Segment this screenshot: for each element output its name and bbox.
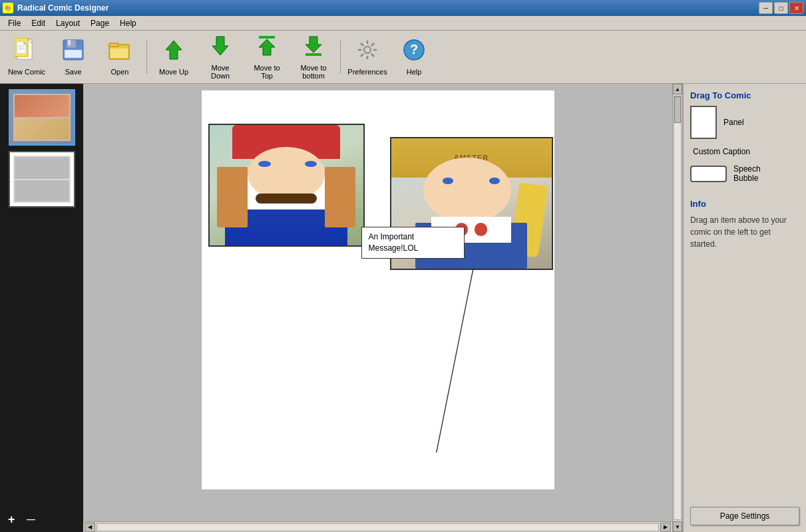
drag-to-comic-section: Drag To Comic Panel Custom Caption Speec… — [690, 90, 799, 191]
open-label: Open — [111, 68, 129, 76]
svg-line-22 — [361, 43, 363, 46]
open-button[interactable]: Open — [97, 34, 142, 80]
move-up-label: Move Up — [159, 68, 188, 76]
title-bar-left: 🎨 Radical Comic Designer — [3, 3, 108, 13]
canvas-area[interactable]: AMSTER — [83, 84, 672, 532]
new-comic-label: New Comic — [8, 68, 45, 76]
comic-panel-1[interactable] — [208, 124, 365, 247]
close-button[interactable]: ✕ — [789, 2, 803, 14]
svg-line-25 — [361, 54, 363, 57]
thumb-panel-d — [15, 180, 69, 202]
scroll-left-button[interactable]: ◀ — [85, 523, 95, 532]
minimize-button[interactable]: ─ — [759, 2, 773, 14]
menu-file[interactable]: File — [3, 17, 26, 29]
move-down-icon — [208, 34, 232, 61]
thumb-panel-c — [15, 157, 69, 179]
svg-rect-6 — [68, 40, 71, 45]
thumb-1-inner — [13, 94, 71, 141]
move-bottom-button[interactable]: Move to bottom — [291, 34, 336, 80]
scroll-vertical-track — [674, 96, 682, 520]
scroll-right-button[interactable]: ▶ — [660, 523, 671, 532]
svg-line-24 — [371, 43, 374, 46]
move-top-icon — [255, 34, 279, 61]
new-comic-icon: 📄 — [15, 38, 39, 65]
svg-rect-7 — [65, 50, 82, 58]
drag-panel-item[interactable]: Panel — [690, 106, 799, 139]
move-bottom-icon — [302, 34, 325, 61]
remove-page-button[interactable]: ─ — [27, 513, 35, 527]
save-button[interactable]: Save — [51, 34, 96, 80]
svg-rect-15 — [305, 53, 321, 56]
svg-marker-11 — [166, 41, 182, 59]
preferences-icon — [355, 38, 379, 65]
help-icon: ? — [402, 38, 426, 65]
new-comic-button[interactable]: 📄 New Comic — [4, 34, 49, 80]
app-icon: 🎨 — [3, 3, 13, 13]
drag-caption-item[interactable]: Custom Caption — [693, 147, 799, 156]
svg-rect-13 — [259, 36, 275, 39]
menu-layout[interactable]: Layout — [51, 17, 85, 29]
info-section: Info Drag an item above to your comic on… — [690, 199, 799, 250]
scroll-up-button[interactable]: ▲ — [673, 84, 682, 94]
page-thumb-1[interactable] — [9, 89, 75, 146]
move-top-button[interactable]: Move to Top — [244, 34, 290, 80]
thumb-panel-a — [15, 95, 69, 117]
svg-text:?: ? — [410, 42, 418, 57]
thumb-2-inner — [13, 156, 71, 203]
open-icon — [108, 38, 132, 65]
move-up-button[interactable]: Move Up — [151, 34, 196, 80]
svg-line-28 — [436, 269, 473, 453]
svg-marker-16 — [305, 37, 321, 53]
svg-marker-12 — [212, 37, 228, 55]
right-panel: Drag To Comic Panel Custom Caption Speec… — [683, 84, 806, 532]
custom-caption-label: Custom Caption — [693, 147, 750, 156]
horizontal-scrollbar[interactable]: ◀ ▶ — [83, 521, 672, 532]
main-layout: + ─ — [0, 84, 806, 532]
bubble-drag-icon — [690, 166, 727, 182]
speech-bubble[interactable]: An Important Message!LOL — [361, 227, 465, 259]
help-label: Help — [407, 68, 422, 76]
svg-marker-14 — [259, 39, 275, 55]
svg-text:📄: 📄 — [15, 41, 28, 54]
thumb-panel-b — [15, 118, 69, 140]
move-up-icon — [162, 38, 186, 65]
speech-bubble-text: An Important Message!LOL — [369, 232, 419, 253]
scroll-down-button[interactable]: ▼ — [673, 521, 682, 532]
panel-drag-icon — [690, 106, 717, 139]
page-thumbnails-panel: + ─ — [0, 84, 83, 532]
separator-2 — [340, 41, 341, 74]
move-bottom-label: Move to bottom — [294, 64, 333, 80]
menu-edit[interactable]: Edit — [26, 17, 51, 29]
maximize-button[interactable]: □ — [774, 2, 788, 14]
toolbar: 📄 New Comic Save Open — [0, 31, 806, 84]
save-icon — [61, 38, 85, 65]
info-text: Drag an item above to your comic on the … — [690, 214, 799, 250]
panel-drag-label: Panel — [723, 118, 744, 127]
scroll-thumb[interactable] — [674, 96, 681, 123]
preferences-label: Preferences — [347, 68, 387, 76]
menu-help[interactable]: Help — [114, 17, 142, 29]
menu-page[interactable]: Page — [85, 17, 114, 29]
scroll-track — [97, 523, 659, 531]
page-settings-button[interactable]: Page Settings — [690, 507, 799, 525]
svg-point-17 — [364, 47, 371, 53]
move-down-button[interactable]: Move Down — [198, 34, 243, 80]
move-down-label: Move Down — [201, 64, 240, 80]
speech-bubble-drag-label: SpeechBubble — [733, 164, 761, 183]
svg-line-23 — [371, 54, 374, 57]
drag-section-title: Drag To Comic — [690, 90, 799, 100]
svg-rect-10 — [110, 49, 128, 58]
app-title: Radical Comic Designer — [17, 3, 108, 13]
page-thumb-1-art — [10, 90, 74, 144]
drag-bubble-item[interactable]: SpeechBubble — [690, 164, 799, 183]
menu-bar: File Edit Layout Page Help — [0, 16, 806, 31]
vertical-scrollbar[interactable]: ▲ ▼ — [672, 84, 683, 532]
help-button[interactable]: ? Help — [391, 34, 437, 80]
separator-1 — [146, 41, 147, 74]
canvas-scroll-inner: AMSTER — [83, 84, 672, 516]
title-bar: 🎨 Radical Comic Designer ─ □ ✕ — [0, 0, 806, 16]
preferences-button[interactable]: Preferences — [345, 34, 390, 80]
add-page-button[interactable]: + — [8, 513, 15, 527]
save-label: Save — [65, 68, 81, 76]
page-thumb-2[interactable] — [9, 151, 75, 207]
